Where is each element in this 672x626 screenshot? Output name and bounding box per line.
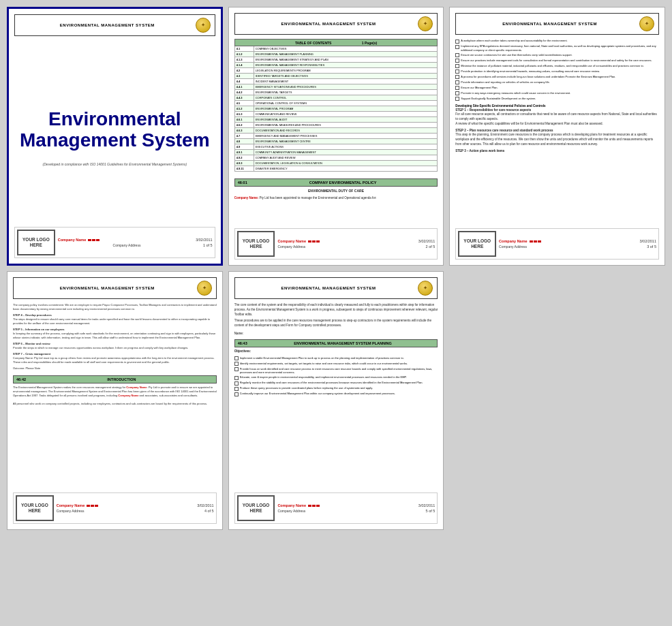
gold-seal-5: ✦ — [418, 281, 433, 296]
company-name-3: Company Name — [499, 239, 528, 243]
company-address-3: Company Address — [499, 245, 639, 249]
red-dots-4 — [87, 505, 98, 507]
step2-text: STEP 2 – Plan resources care resource an… — [455, 129, 659, 147]
toc-row: 4.1.3ENVIRONMENTAL MANAGEMENT STRATEGY A… — [234, 57, 438, 63]
name-row: Name: — [234, 332, 438, 335]
document-grid: ENVIRONMENTAL MANAGEMENT SYSTEM ✦ Enviro… — [7, 7, 665, 530]
gold-seal-4: ✦ — [197, 281, 212, 296]
checkbox — [455, 91, 459, 95]
procedure-para-2: STEP 5 – Information on our employeesIn … — [13, 328, 217, 340]
footer-info-4: Company Name Company Address — [57, 503, 197, 513]
objective-item-3: Educate, care & inspire people in enviro… — [234, 375, 438, 380]
page-num-4: 4 of 5 — [204, 509, 214, 513]
checkbox — [234, 362, 239, 366]
date-page-1: 3/02/2011 1 of 5 — [196, 238, 212, 247]
date-page-4: 3/02/2011 4 of 5 — [197, 503, 213, 513]
company-address-4: Company Address — [57, 509, 197, 513]
section-title-4: INTRODUCTION — [30, 377, 213, 381]
gold-seal-2: ✦ — [418, 16, 433, 31]
logo-box-3: YOUR LOGOHERE — [458, 231, 496, 257]
date-4: 3/02/2011 — [197, 503, 213, 507]
date-page-3: 3/02/2011 3 of 5 — [640, 239, 656, 249]
page-1-footer: YOUR LOGOHERE Company Name Company Addre… — [14, 227, 215, 258]
company-name-line-1: Company Name — [58, 238, 196, 242]
toc-row: 4.9EXECUTIVE ACTIONS — [234, 144, 438, 150]
checklist-item: Implement any EPA regulations deemed nec… — [455, 44, 659, 52]
checkbox — [234, 392, 239, 396]
objective-item-0: Implement a stable Environmental Managem… — [234, 356, 438, 361]
footer-info-2: Company Name Company Address — [277, 239, 418, 249]
page-1-header: ENVIRONMENTAL MANAGEMENT SYSTEM ✦ — [14, 14, 215, 36]
section-code-4: 46:42 — [16, 377, 26, 381]
checkbox — [455, 45, 459, 49]
page-2-header: ENVIRONMENTAL MANAGEMENT SYSTEM ✦ — [234, 13, 438, 35]
page-num-2: 2 of 5 — [426, 245, 436, 249]
logo-text-1: YOUR LOGOHERE — [22, 237, 50, 249]
toc-row: 4.9.2COMPANY AUDIT AND REVIEW — [234, 155, 438, 161]
section-header-2: 46:01 COMPANY ENVIRONMENTAL POLICY — [234, 178, 438, 187]
logo-text-5: YOUR LOGOHERE — [243, 503, 270, 514]
page-5-header: ENVIRONMENTAL MANAGEMENT SYSTEM ✦ — [234, 277, 438, 299]
company-address-1: Company Address — [58, 243, 196, 247]
toc-row: 4.4INCIDENT MANAGEMENT — [234, 79, 438, 84]
date-page-2: 3/02/2011 2 of 5 — [418, 239, 435, 249]
footer-info-3: Company Name Company Address — [499, 239, 639, 249]
procedure-para-5: Outcome: Please Note — [13, 366, 217, 371]
section-code-5: 46:43 — [238, 341, 247, 345]
footer-info-5: Company Name Company Address — [277, 503, 418, 513]
red-dots-1 — [88, 239, 100, 241]
checkbox — [455, 59, 459, 63]
logo-text-4: YOUR LOGOHERE — [21, 503, 48, 514]
checkbox — [234, 376, 239, 380]
checkbox — [455, 64, 459, 68]
toc-row: 4.7EMERGENCY AND MANAGEMENT PROCESSES — [234, 134, 438, 139]
checkbox — [455, 53, 459, 57]
objectives-header: Objectives: — [234, 349, 438, 354]
checkbox — [455, 97, 459, 101]
checklist-item: Ensure our Management Plan. — [455, 86, 659, 91]
toc-title: TABLE OF CONTENTS 1 Page(s) — [234, 40, 438, 46]
toc-table: TABLE OF CONTENTS 1 Page(s) 4.1COMPANY O… — [234, 39, 438, 172]
logo-text-2: YOUR LOGOHERE — [243, 238, 270, 250]
procedure-para-0: The company policy involves commitment. … — [13, 303, 217, 311]
company-name-line-2: Company Name — [277, 239, 418, 243]
toc-row: 4.5OPERATIONAL CONTROL OF SYSTEMS — [234, 101, 438, 106]
objective-item-6: Continually improve our Environmental Ma… — [234, 392, 438, 396]
logo-box-5: YOUR LOGOHERE — [237, 495, 275, 521]
checkbox — [234, 381, 239, 386]
toc-row: 4.1COMPANY OBJECTIVES — [234, 46, 438, 52]
toc-row: 4.4.3CORPORATE CONTROL — [234, 95, 438, 101]
company-name-2: Company Name — [277, 239, 306, 243]
checklist-item: Promote in any ways emergency measures w… — [455, 91, 659, 96]
toc-row: 4.2LEGISLATION REQUIREMENTS PROGRAM — [234, 68, 438, 74]
page-3-header-title: ENVIRONMENTAL MANAGEMENT SYSTEM — [460, 22, 639, 26]
red-dots-2 — [308, 240, 320, 242]
red-dots-3 — [530, 240, 541, 242]
page-3-footer: YOUR LOGOHERE Company Name Company Addre… — [455, 228, 659, 260]
date-5: 3/02/2011 — [418, 503, 435, 507]
toc-row: 4.4.1EMERGENCY SITUATIONS AND PROCEDURES — [234, 84, 438, 90]
logo-box-4: YOUR LOGOHERE — [16, 495, 54, 521]
toc-row: 4.5.2ENVIRONMENTAL PROGRAM — [234, 106, 438, 112]
procedure-para-3: STEP 6 – Monitor and reviewProvide the s… — [13, 342, 217, 350]
company-name-5: Company Name — [277, 503, 306, 507]
page-3: ENVIRONMENTAL MANAGEMENT SYSTEM ✦ A work… — [449, 7, 665, 266]
objective-item-5: Produce these query processes to provide… — [234, 386, 438, 391]
date-3: 3/02/2011 — [640, 239, 656, 243]
gold-seal-3: ✦ — [639, 16, 654, 31]
objective-item-4: Regularly monitor the stability and care… — [234, 381, 438, 386]
page-4-header-title: ENVIRONMENTAL MANAGEMENT SYSTEM — [18, 286, 197, 290]
page-num-1: 1 of 5 — [203, 243, 213, 247]
page-1: ENVIRONMENTAL MANAGEMENT SYSTEM ✦ Enviro… — [7, 7, 223, 266]
page-2-footer: YOUR LOGOHERE Company Name Company Addre… — [234, 228, 438, 260]
toc-row: 4.6.1ENVIRONMENTAL AUDIT — [234, 117, 438, 123]
company-address-2: Company Address — [277, 245, 418, 249]
toc-row: 4.9.11DISASTER EMERGENCY — [234, 166, 438, 172]
page-num-5: 5 of 5 — [426, 509, 436, 513]
company-name-line-3: Company Name — [499, 239, 639, 243]
objective-item-1: Identify environmental requirements, set… — [234, 362, 438, 366]
checkbox — [455, 86, 459, 90]
company-name-line-5: Company Name — [277, 503, 418, 507]
checklist-item: Provide information and reporting on veh… — [455, 80, 659, 85]
cover-title: Environmental Management System — [14, 109, 215, 151]
